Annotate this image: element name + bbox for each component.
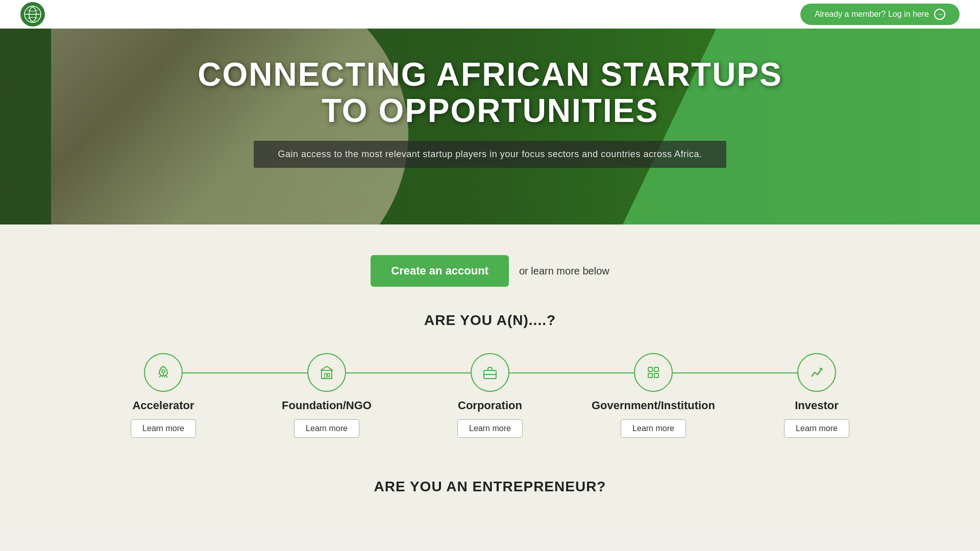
rocket-icon [154,363,173,382]
entrepreneur-title: ARE YOU AN ENTREPRENEUR? [0,479,980,495]
entity-government-institution: Government/Institution Learn more [572,353,735,438]
cta-or-text: or learn more below [519,265,609,277]
chart-icon [807,363,826,382]
building-icon [317,363,336,382]
create-account-button[interactable]: Create an account [371,255,509,287]
logo-icon [23,5,42,23]
foundation-ngo-label: Foundation/NGO [282,399,372,412]
hero-content: CONNECTING AFRICAN STARTUPS TO OPPORTUNI… [177,57,803,168]
main-section: Create an account or learn more below AR… [0,224,980,525]
investor-icon-circle [797,353,836,392]
corporation-label: Corporation [458,399,522,412]
investor-label: Investor [795,399,839,412]
hero-title-line1: CONNECTING AFRICAN STARTUPS [198,57,782,92]
government-icon-circle [634,353,673,392]
svg-rect-6 [325,373,327,379]
svg-rect-13 [654,373,658,378]
foundation-icon-circle [307,353,346,392]
accelerator-learn-more-button[interactable]: Learn more [131,419,196,438]
svg-point-4 [162,370,165,373]
entrepreneur-section: ARE YOU AN ENTREPRENEUR? [0,448,980,505]
hero-title: CONNECTING AFRICAN STARTUPS TO OPPORTUNI… [198,57,782,129]
svg-rect-11 [654,367,658,371]
government-institution-label: Government/Institution [592,399,715,412]
corporation-icon-circle [471,353,509,392]
investor-learn-more-button[interactable]: Learn more [784,419,849,438]
hero-subtitle-bar: Gain access to the most relevant startup… [254,141,727,168]
cta-row: Create an account or learn more below [0,255,980,287]
login-arrow-icon: → [934,9,945,20]
entity-accelerator: Accelerator Learn more [82,353,245,438]
hero-subtitle: Gain access to the most relevant startup… [278,149,702,159]
government-institution-learn-more-button[interactable]: Learn more [621,419,686,438]
are-you-section-title: ARE YOU A(N)....? [0,312,980,329]
entity-corporation: Corporation Learn more [408,353,572,438]
hero-title-line2: TO OPPORTUNITIES [198,93,782,129]
briefcase-icon [481,363,499,382]
hero-section: CONNECTING AFRICAN STARTUPS TO OPPORTUNI… [0,0,980,224]
header: Already a member? Log in here → [0,0,980,29]
corporation-learn-more-button[interactable]: Learn more [457,419,523,438]
login-button-label: Already a member? Log in here [815,10,929,19]
svg-rect-10 [648,367,652,371]
svg-rect-12 [648,373,652,378]
grid-icon [644,363,663,382]
foundation-ngo-learn-more-button[interactable]: Learn more [294,419,359,438]
accelerator-label: Accelerator [132,399,194,412]
svg-rect-7 [328,373,330,377]
entity-row: Accelerator Learn more Foundation/NGO Le… [0,353,980,438]
logo [20,2,45,27]
accelerator-icon-circle [144,353,183,392]
entity-investor: Investor Learn more [735,353,898,438]
entity-foundation-ngo: Foundation/NGO Learn more [245,353,408,438]
login-button[interactable]: Already a member? Log in here → [800,4,960,25]
